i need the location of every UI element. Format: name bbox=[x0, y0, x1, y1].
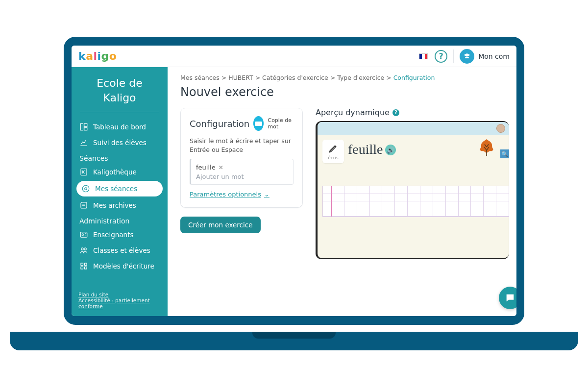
flag-fr-icon[interactable] bbox=[419, 53, 428, 59]
help-button[interactable]: ? bbox=[435, 50, 447, 63]
svg-rect-1 bbox=[84, 124, 87, 127]
svg-rect-2 bbox=[84, 128, 87, 130]
account-avatar-icon[interactable] bbox=[460, 49, 474, 64]
sidebar-item-label: Modèles d'écriture bbox=[93, 262, 154, 270]
top-bar: kaligo ? Mon com bbox=[72, 46, 516, 67]
svg-rect-14 bbox=[85, 267, 87, 270]
write-tool-button[interactable]: écris bbox=[322, 140, 344, 163]
svg-rect-11 bbox=[81, 263, 83, 266]
sidebar-item-label: Mes archives bbox=[93, 201, 136, 209]
sidebar-item-teachers[interactable]: Enseignants bbox=[72, 227, 168, 243]
leaf-illustration-icon bbox=[474, 137, 499, 162]
svg-point-4 bbox=[82, 186, 89, 193]
sitemap-link[interactable]: Plan du site bbox=[78, 292, 161, 297]
laptop-bezel: kaligo ? Mon com Ecole de Kaligo bbox=[64, 37, 524, 325]
config-title: Configuration bbox=[190, 119, 249, 129]
exercise-type-label: Copie de mot bbox=[268, 117, 294, 130]
content-row: Configuration Copie de mot Saisir le mot… bbox=[180, 108, 504, 259]
remove-tag-icon[interactable]: ✕ bbox=[219, 164, 223, 171]
section-admin-label: Administration bbox=[72, 213, 168, 227]
breadcrumb: Mes séances > HUBERT > Catégories d'exer… bbox=[180, 74, 504, 81]
sidebar: Ecole de Kaligo Tableau de bord Suivi de… bbox=[72, 67, 168, 316]
users-icon bbox=[79, 246, 88, 255]
create-exercise-button[interactable]: Créer mon exercice bbox=[180, 217, 261, 233]
tablet-top-bar bbox=[318, 122, 509, 135]
accessibility-link[interactable]: Accessibilité : partiellement conforme bbox=[78, 297, 161, 309]
svg-rect-6 bbox=[81, 202, 87, 208]
word-input[interactable]: feuille ✕ Ajouter un mot bbox=[190, 159, 294, 185]
sidebar-item-dashboard[interactable]: Tableau de bord bbox=[72, 119, 168, 135]
dashboard-icon bbox=[79, 122, 88, 131]
book-k-icon bbox=[79, 168, 88, 176]
sidebar-item-tracking[interactable]: Suivi des élèves bbox=[72, 135, 168, 150]
sidebar-item-label: Enseignants bbox=[93, 231, 133, 239]
preview-word: feuille bbox=[348, 142, 383, 157]
divider bbox=[453, 49, 454, 63]
pencil-icon bbox=[328, 143, 339, 154]
svg-point-5 bbox=[85, 188, 87, 190]
tablet-avatar-icon bbox=[496, 124, 505, 133]
preview-column: Aperçu dynamique ? écris feuille bbox=[316, 108, 509, 259]
sidebar-item-classes[interactable]: Classes et élèves bbox=[72, 243, 168, 258]
audio-play-icon[interactable]: 🔊 bbox=[385, 145, 396, 155]
app-screen: kaligo ? Mon com Ecole de Kaligo bbox=[72, 46, 516, 316]
account-label[interactable]: Mon com bbox=[478, 52, 510, 60]
breadcrumb-current: Configuration bbox=[393, 74, 435, 81]
divider bbox=[80, 112, 159, 112]
sessions-icon bbox=[81, 184, 90, 193]
main-panel: Mes séances > HUBERT > Catégories d'exer… bbox=[168, 67, 516, 316]
svg-rect-12 bbox=[85, 263, 87, 266]
chevron-down-icon: ⌄ bbox=[264, 191, 270, 198]
sidebar-footer: Plan du site Accessibilité : partielleme… bbox=[72, 289, 168, 312]
word-tag: feuille ✕ bbox=[196, 164, 223, 171]
sidebar-item-label: Suivi des élèves bbox=[93, 139, 147, 147]
laptop-notch bbox=[252, 332, 336, 339]
svg-rect-7 bbox=[80, 232, 87, 238]
chat-icon bbox=[505, 293, 515, 303]
svg-rect-3 bbox=[81, 169, 87, 176]
app-body: Ecole de Kaligo Tableau de bord Suivi de… bbox=[72, 67, 516, 316]
preview-title: Aperçu dynamique bbox=[316, 108, 390, 117]
section-sessions-label: Séances bbox=[72, 150, 168, 164]
svg-point-10 bbox=[84, 248, 87, 250]
svg-rect-13 bbox=[81, 267, 83, 270]
school-name: Ecole de Kaligo bbox=[72, 76, 168, 105]
ruled-writing-area bbox=[322, 186, 509, 217]
sidebar-item-label: Mes séances bbox=[95, 185, 137, 193]
chart-line-icon bbox=[79, 138, 88, 147]
zoom-icon[interactable]: 🔍 bbox=[500, 149, 509, 158]
app-logo: kaligo bbox=[78, 50, 117, 62]
exercise-type-badge-icon bbox=[253, 116, 264, 131]
config-instruction: Saisir le mot à écrire et taper sur Entr… bbox=[190, 137, 294, 154]
laptop-frame: kaligo ? Mon com Ecole de Kaligo bbox=[64, 37, 524, 350]
config-card: Configuration Copie de mot Saisir le mot… bbox=[180, 108, 303, 208]
svg-point-8 bbox=[82, 234, 83, 235]
sidebar-item-writing-models[interactable]: Modèles d'écriture bbox=[72, 258, 168, 274]
sidebar-item-kaligotheque[interactable]: Kaligothèque bbox=[72, 164, 168, 180]
sidebar-item-label: Classes et élèves bbox=[93, 246, 150, 254]
sidebar-item-sessions[interactable]: Mes séances bbox=[76, 181, 163, 196]
preview-tablet: écris feuille 🔊 🔍 bbox=[316, 121, 509, 259]
sidebar-item-label: Tableau de bord bbox=[93, 123, 146, 131]
chat-fab-button[interactable] bbox=[499, 287, 516, 309]
optional-params-toggle[interactable]: Paramètres optionnels ⌄ bbox=[190, 191, 270, 198]
config-column: Configuration Copie de mot Saisir le mot… bbox=[180, 108, 303, 233]
sidebar-item-archives[interactable]: Mes archives bbox=[72, 197, 168, 213]
archive-icon bbox=[79, 201, 88, 210]
page-title: Nouvel exercice bbox=[180, 85, 504, 99]
svg-point-9 bbox=[81, 248, 84, 250]
info-icon[interactable]: ? bbox=[392, 109, 399, 116]
sidebar-item-label: Kaligothèque bbox=[93, 168, 137, 176]
svg-rect-0 bbox=[80, 124, 83, 131]
word-input-placeholder: Ajouter un mot bbox=[196, 173, 288, 180]
id-card-icon bbox=[79, 230, 88, 239]
writing-models-icon bbox=[79, 262, 88, 270]
laptop-base bbox=[10, 332, 578, 350]
preview-title-row: Aperçu dynamique ? bbox=[316, 108, 509, 117]
